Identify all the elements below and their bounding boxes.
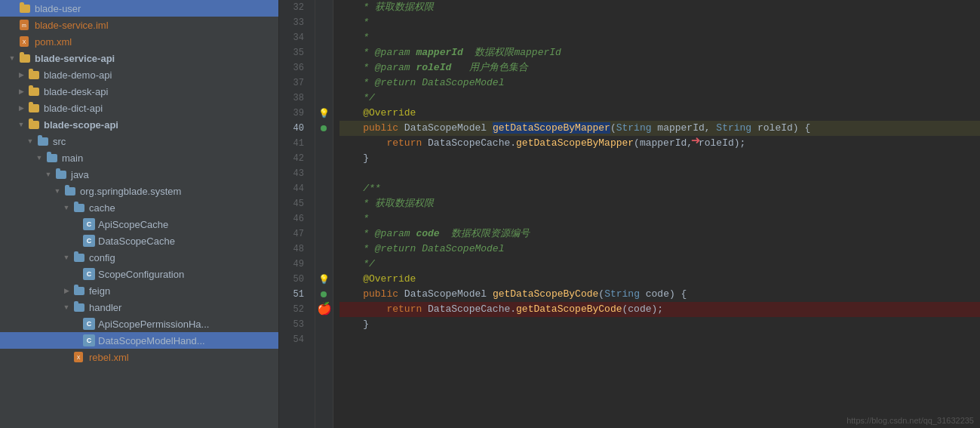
gutter-46 (315, 211, 333, 226)
sidebar-label: DataScopeModelHand... (98, 335, 205, 346)
sidebar-item-feign[interactable]: feign (0, 282, 278, 299)
sidebar-item-blade-demo-api[interactable]: blade-demo-api (0, 66, 278, 83)
line-num-34: 34 (279, 30, 309, 45)
line-num-33: 33 (279, 15, 309, 30)
gutter-51 (315, 287, 333, 302)
arrow-right-icon (15, 102, 27, 114)
gutter-45 (315, 196, 333, 211)
folder-blue-icon (47, 152, 59, 164)
watermark: https://blog.csdn.net/qq_31632235 (846, 416, 974, 425)
sidebar-label: blade-user (35, 3, 81, 14)
folder-blue-icon (74, 202, 86, 214)
arrow-right-icon (15, 69, 27, 81)
line-num-41: 41 (279, 136, 309, 151)
sidebar-label: feign (89, 285, 110, 297)
sidebar-item-blade-service-iml[interactable]: m blade-service.iml (0, 17, 278, 33)
gutter-34 (315, 30, 333, 45)
sidebar-item-data-scope-cache[interactable]: C DataScopeCache (0, 232, 278, 249)
line-num-52: 52 (279, 302, 309, 317)
arrow-right-icon (15, 85, 27, 97)
gutter-33 (315, 15, 333, 30)
code-line-43 (339, 166, 980, 181)
sidebar-item-blade-service-api[interactable]: blade-service-api (0, 50, 278, 66)
line-num-32: 32 (279, 0, 309, 15)
code-text: * 获取数据权限 (339, 0, 434, 15)
sidebar-item-config[interactable]: config (0, 249, 278, 266)
sidebar-item-blade-desk-api[interactable]: blade-desk-api (0, 83, 278, 100)
code-line-42: } (339, 151, 980, 166)
arrow-down-icon (15, 119, 27, 131)
sidebar-label: org.springblade.system (80, 186, 181, 197)
gutter-35 (315, 45, 333, 60)
sidebar-item-rebel-xml[interactable]: X rebel.xml (0, 349, 278, 365)
sidebar-item-cache[interactable]: cache (0, 199, 278, 216)
sidebar-item-handler[interactable]: handler (0, 299, 278, 316)
code-content-area[interactable]: * 获取数据权限 * * * @param mapperId 数据权限mappe… (333, 0, 980, 428)
sidebar-item-blade-dict-api[interactable]: blade-dict-api (0, 100, 278, 116)
line-num-54: 54 (279, 332, 309, 347)
sidebar-item-scope-configuration[interactable]: C ScopeConfiguration (0, 266, 278, 282)
line-num-49: 49 (279, 257, 309, 272)
line-num-40: 40 (279, 121, 309, 136)
folder-icon (29, 85, 41, 97)
line-numbers-gutter: 32 33 34 35 36 37 38 39 40 41 42 43 44 4… (279, 0, 315, 428)
sidebar-label: pom.xml (35, 36, 72, 48)
sidebar-item-main[interactable]: main (0, 149, 278, 166)
code-text: * @param roleId 用户角色集合 (339, 60, 528, 75)
code-line-34: * (339, 30, 980, 45)
xml-file-icon: X (74, 351, 86, 363)
gutter-37 (315, 75, 333, 91)
spacer-icon (69, 334, 81, 346)
breakpoint-dot (321, 291, 327, 297)
bulb-icon: 💡 (318, 274, 330, 285)
sidebar-item-data-scope-model-hand[interactable]: C DataScopeModelHand... (0, 332, 278, 349)
line-num-42: 42 (279, 151, 309, 166)
folder-blue-icon (56, 168, 68, 180)
line-num-36: 36 (279, 60, 309, 75)
code-line-46: * (339, 211, 980, 226)
sidebar-label: blade-demo-api (44, 69, 112, 81)
gutter-38 (315, 91, 333, 106)
code-line-32: * 获取数据权限 (339, 0, 980, 15)
gutter-40 (315, 121, 333, 136)
sidebar-item-org-springblade-system[interactable]: org.springblade.system (0, 183, 278, 199)
code-text: * 获取数据权限 (339, 196, 434, 211)
sidebar-item-api-scope-cache[interactable]: C ApiScopeCache (0, 216, 278, 232)
spacer-icon (69, 235, 81, 247)
sidebar-item-src[interactable]: src (0, 133, 278, 149)
code-line-41: return DataScopeCache.getDataScopeByMapp… (339, 136, 980, 151)
folder-icon (29, 102, 41, 114)
spacer-icon (69, 318, 81, 330)
line-num-35: 35 (279, 45, 309, 60)
gutter-42 (315, 151, 333, 166)
line-num-53: 53 (279, 317, 309, 332)
sidebar-label: blade-dict-api (44, 103, 103, 114)
code-text: */ (339, 91, 375, 106)
code-text: * @return DataScopeModel (339, 75, 504, 91)
xml-file-icon: X (20, 35, 32, 48)
spacer-icon (69, 218, 81, 230)
breakpoint-dot (321, 125, 327, 131)
arrow-down-icon (51, 185, 63, 197)
arrow-down-icon (24, 135, 36, 147)
sidebar-item-blade-scope-api[interactable]: blade-scope-api (0, 116, 278, 133)
sidebar-label: ScopeConfiguration (98, 269, 184, 280)
gutter-48 (315, 242, 333, 257)
gutter-36 (315, 60, 333, 75)
sidebar-item-api-scope-permission[interactable]: C ApiScopePermissionHa... ➜ (0, 316, 278, 332)
class-file-icon: C (83, 318, 95, 330)
gutter-47 (315, 226, 333, 242)
code-line-44: /** (339, 181, 980, 196)
code-text: * @return DataScopeModel (339, 242, 504, 257)
spacer-icon (6, 2, 18, 14)
code-scroll-area[interactable]: 32 33 34 35 36 37 38 39 40 41 42 43 44 4… (279, 0, 980, 428)
sidebar-item-java[interactable]: java (0, 166, 278, 183)
code-line-40: public DataScopeModel getDataScopeByMapp… (339, 121, 980, 136)
spacer-icon (69, 268, 81, 280)
sidebar-label: DataScopeCache (98, 236, 175, 247)
gutter-39: 💡 (315, 106, 333, 121)
code-text: */ (339, 257, 375, 272)
sidebar-item-pom-xml[interactable]: X pom.xml (0, 33, 278, 50)
code-line-33: * (339, 15, 980, 30)
sidebar-item-blade-user[interactable]: blade-user (0, 0, 278, 17)
